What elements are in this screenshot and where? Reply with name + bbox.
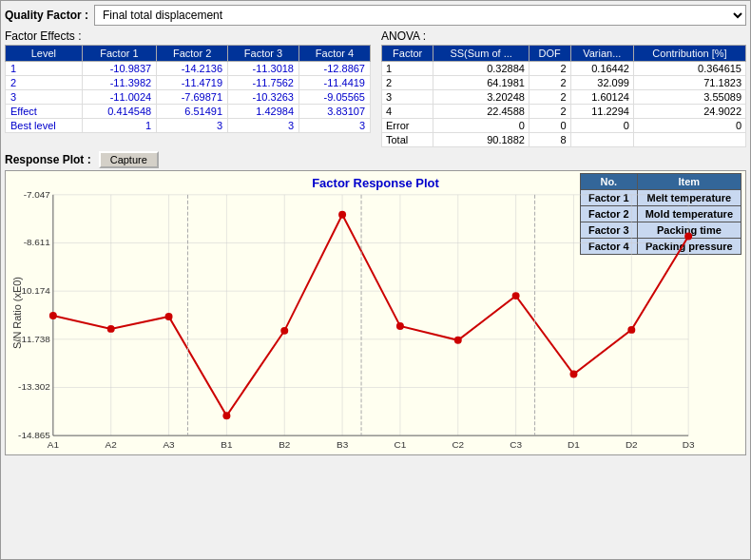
quality-factor-select[interactable]: Final total displacement bbox=[94, 5, 746, 26]
anova-col-var: Varian... bbox=[570, 46, 633, 62]
anova-section: ANOVA : Factor SS(Sum of ... DOF Varian.… bbox=[381, 29, 746, 147]
response-chart: S/N Ratio (xE0) bbox=[6, 171, 745, 454]
fe-cell: 2 bbox=[6, 76, 83, 90]
middle-row: Factor Effects : Level Factor 1 Factor 2… bbox=[5, 29, 746, 147]
fe-cell: Best level bbox=[6, 119, 83, 133]
anova-cell: 3.20248 bbox=[433, 90, 530, 105]
fe-cell: 3 bbox=[228, 119, 299, 133]
table-row: 10.3288420.164420.364615 bbox=[382, 62, 746, 76]
svg-text:B2: B2 bbox=[279, 439, 291, 450]
anova-cell: 2 bbox=[529, 62, 570, 76]
svg-point-48 bbox=[569, 371, 577, 378]
factor-effects-table: Level Factor 1 Factor 2 Factor 3 Factor … bbox=[5, 45, 371, 133]
fe-cell: 3.83107 bbox=[299, 105, 371, 119]
anova-cell: 22.4588 bbox=[433, 105, 530, 119]
table-row: 2-11.3982-11.4719-11.7562-11.4419 bbox=[6, 76, 371, 90]
anova-cell: 2 bbox=[529, 105, 570, 119]
svg-text:B1: B1 bbox=[221, 439, 233, 450]
anova-cell: 11.2294 bbox=[570, 105, 633, 119]
anova-cell: 2 bbox=[382, 76, 433, 90]
svg-text:D2: D2 bbox=[626, 439, 638, 450]
fe-cell: -11.3982 bbox=[82, 76, 156, 90]
anova-cell: 2 bbox=[529, 90, 570, 105]
fe-cell: 0.414548 bbox=[82, 105, 156, 119]
fe-cell: -14.2136 bbox=[157, 62, 228, 76]
fe-cell: -11.3018 bbox=[228, 62, 299, 76]
table-row: Total90.18828 bbox=[382, 133, 746, 147]
table-row: 33.2024821.601243.55089 bbox=[382, 90, 746, 105]
svg-point-44 bbox=[338, 211, 346, 219]
fe-cell: Effect bbox=[6, 105, 83, 119]
anova-cell: 4 bbox=[382, 105, 433, 119]
anova-cell: 64.1981 bbox=[433, 76, 530, 90]
table-row: Error0000 bbox=[382, 119, 746, 133]
svg-point-39 bbox=[49, 312, 57, 319]
anova-cell: 0 bbox=[633, 119, 745, 133]
svg-point-41 bbox=[165, 313, 173, 320]
svg-text:-10.174: -10.174 bbox=[18, 285, 50, 296]
svg-text:C3: C3 bbox=[510, 439, 522, 450]
response-plot-section: Response Plot : Capture Factor Response … bbox=[5, 151, 746, 455]
response-plot-label: Response Plot : bbox=[5, 153, 91, 166]
anova-cell: 1.60124 bbox=[570, 90, 633, 105]
fe-cell: -7.69871 bbox=[157, 90, 228, 105]
svg-point-50 bbox=[684, 233, 692, 241]
anova-cell: 1 bbox=[382, 62, 433, 76]
table-row: Effect0.4145486.514911.429843.83107 bbox=[6, 105, 371, 119]
svg-point-40 bbox=[107, 325, 115, 333]
factor-effects-title: Factor Effects : bbox=[5, 29, 376, 43]
anova-cell: 3.55089 bbox=[633, 90, 745, 105]
fe-cell: -9.05565 bbox=[299, 90, 371, 105]
fe-cell: 6.51491 bbox=[157, 105, 228, 119]
response-plot-header: Response Plot : Capture bbox=[5, 151, 746, 168]
anova-cell: 0 bbox=[570, 119, 633, 133]
anova-col-factor: Factor bbox=[382, 46, 433, 62]
fe-cell: 3 bbox=[299, 119, 371, 133]
anova-cell bbox=[570, 133, 633, 147]
plot-area: Factor Response Plot No. Item Factor 1Me… bbox=[5, 170, 746, 455]
fe-cell: -12.8867 bbox=[299, 62, 371, 76]
table-row: 422.4588211.229424.9022 bbox=[382, 105, 746, 119]
svg-text:D3: D3 bbox=[683, 439, 695, 450]
table-row: Best level1333 bbox=[6, 119, 371, 133]
fe-cell: 1 bbox=[6, 62, 83, 76]
svg-point-45 bbox=[396, 322, 404, 330]
capture-button[interactable]: Capture bbox=[99, 151, 159, 168]
anova-cell: 24.9022 bbox=[633, 105, 745, 119]
svg-point-43 bbox=[280, 327, 288, 335]
anova-cell: 2 bbox=[529, 76, 570, 90]
fe-cell: 3 bbox=[6, 90, 83, 105]
fe-col-f2: Factor 2 bbox=[157, 46, 228, 62]
fe-cell: -11.0024 bbox=[82, 90, 156, 105]
anova-cell: 0 bbox=[529, 119, 570, 133]
svg-text:A3: A3 bbox=[163, 439, 175, 450]
anova-col-ss: SS(Sum of ... bbox=[433, 46, 530, 62]
quality-factor-row: Quality Factor : Final total displacemen… bbox=[5, 5, 746, 26]
table-row: 1-10.9837-14.2136-11.3018-12.8867 bbox=[6, 62, 371, 76]
svg-text:C2: C2 bbox=[452, 439, 464, 450]
anova-cell: 0.364615 bbox=[633, 62, 745, 76]
fe-cell: -10.9837 bbox=[82, 62, 156, 76]
anova-title: ANOVA : bbox=[381, 29, 746, 43]
anova-table: Factor SS(Sum of ... DOF Varian... Contr… bbox=[381, 45, 746, 147]
fe-cell: 3 bbox=[157, 119, 228, 133]
fe-col-level: Level bbox=[6, 46, 83, 62]
main-container: Quality Factor : Final total displacemen… bbox=[0, 0, 751, 560]
svg-text:-14.865: -14.865 bbox=[18, 430, 50, 440]
svg-text:D1: D1 bbox=[568, 439, 580, 450]
svg-text:A2: A2 bbox=[106, 439, 118, 450]
svg-text:-8.611: -8.611 bbox=[24, 237, 51, 247]
svg-text:-11.738: -11.738 bbox=[18, 334, 50, 344]
fe-cell: -10.3263 bbox=[228, 90, 299, 105]
anova-cell: Total bbox=[382, 133, 433, 147]
anova-cell: Error bbox=[382, 119, 433, 133]
svg-point-42 bbox=[222, 412, 230, 419]
svg-text:B3: B3 bbox=[337, 439, 349, 450]
svg-text:-7.047: -7.047 bbox=[24, 189, 51, 200]
fe-cell: 1.42984 bbox=[228, 105, 299, 119]
anova-cell: 0.16442 bbox=[570, 62, 633, 76]
anova-col-dof: DOF bbox=[529, 46, 570, 62]
anova-col-contrib: Contribution [%] bbox=[633, 46, 745, 62]
anova-cell bbox=[633, 133, 745, 147]
fe-col-f4: Factor 4 bbox=[299, 46, 371, 62]
